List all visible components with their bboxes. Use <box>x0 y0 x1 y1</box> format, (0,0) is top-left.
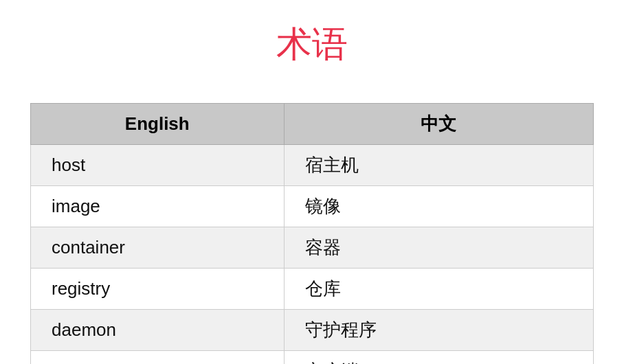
table-row: daemon守护程序 <box>31 310 594 351</box>
cell-english: client <box>31 351 285 365</box>
cell-english: daemon <box>31 310 285 351</box>
cell-english: host <box>31 145 285 186</box>
cell-english: registry <box>31 269 285 310</box>
cell-chinese: 宿主机 <box>284 145 593 186</box>
table-row: registry仓库 <box>31 269 594 310</box>
table-row: host宿主机 <box>31 145 594 186</box>
table-row: image镜像 <box>31 186 594 227</box>
page-title: 术语 <box>276 21 348 69</box>
table-row: container容器 <box>31 227 594 269</box>
cell-chinese: 容器 <box>284 227 593 269</box>
table-header-row: English 中文 <box>31 104 594 145</box>
cell-chinese: 客户端 <box>284 351 593 365</box>
cell-english: image <box>31 186 285 227</box>
terminology-table-wrapper: English 中文 host宿主机image镜像container容器regi… <box>30 103 594 364</box>
cell-chinese: 守护程序 <box>284 310 593 351</box>
cell-chinese: 仓库 <box>284 269 593 310</box>
header-english: English <box>31 104 285 145</box>
cell-english: container <box>31 227 285 269</box>
cell-chinese: 镜像 <box>284 186 593 227</box>
header-chinese: 中文 <box>284 104 593 145</box>
terminology-table: English 中文 host宿主机image镜像container容器regi… <box>30 103 594 364</box>
table-row: client客户端 <box>31 351 594 365</box>
